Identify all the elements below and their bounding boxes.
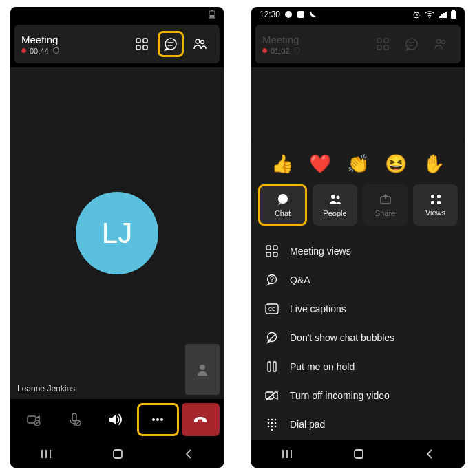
tile-views[interactable]: Views: [413, 184, 458, 226]
nav-back[interactable]: [424, 448, 435, 459]
nav-home[interactable]: [112, 448, 123, 459]
svg-point-81: [271, 429, 273, 431]
nav-recent[interactable]: [40, 448, 52, 460]
reaction-heart[interactable]: ❤️: [309, 153, 331, 175]
chat-button[interactable]: [399, 31, 425, 57]
tile-row: Chat People Share Views: [251, 184, 465, 234]
alarm-icon: [412, 10, 421, 19]
svg-rect-57: [437, 201, 441, 204]
reaction-clap[interactable]: 👏: [347, 153, 369, 175]
hangup-icon: [191, 411, 209, 429]
svg-rect-68: [268, 362, 271, 371]
svg-rect-59: [273, 246, 277, 250]
facebook-icon: [297, 10, 305, 19]
call-toolbar: [10, 399, 224, 440]
home-icon: [353, 448, 364, 459]
status-bar: 12:30: [251, 7, 465, 22]
menu-qa[interactable]: Q&A: [251, 266, 465, 294]
svg-point-50: [278, 194, 288, 204]
recording-icon: [262, 48, 267, 53]
svg-point-45: [406, 39, 417, 50]
tile-label: People: [323, 209, 346, 217]
meeting-timer: 01:02: [271, 47, 290, 55]
svg-point-34: [429, 17, 430, 18]
people-button[interactable]: [427, 31, 454, 57]
people-icon: [192, 36, 207, 52]
svg-point-66: [268, 333, 277, 342]
reaction-laugh[interactable]: 😆: [385, 153, 407, 175]
video-area: LJ Leanne Jenkins: [10, 67, 224, 399]
meeting-timer: 00:44: [30, 47, 49, 55]
svg-rect-38: [445, 12, 447, 18]
hangup-button[interactable]: [182, 403, 220, 436]
camera-button[interactable]: [14, 403, 52, 436]
phone-status-icon: [309, 10, 317, 19]
status-left: 12:30: [260, 10, 317, 19]
svg-rect-35: [439, 16, 441, 18]
svg-rect-4: [143, 39, 147, 43]
svg-point-21: [156, 418, 159, 421]
svg-text:CC: CC: [268, 307, 275, 312]
svg-rect-85: [355, 450, 363, 458]
more-button[interactable]: [137, 403, 179, 436]
menu-chat-bubbles[interactable]: Don't show chat bubbles: [251, 323, 465, 352]
grid-icon: [266, 245, 278, 257]
reactions-row: 👍 ❤️ 👏 😆 ✋: [251, 149, 465, 184]
self-view[interactable]: [185, 344, 220, 395]
svg-rect-61: [273, 252, 277, 257]
tile-share[interactable]: Share: [363, 184, 408, 226]
people-button[interactable]: [187, 31, 213, 57]
recent-icon: [281, 448, 293, 460]
reaction-raise-hand[interactable]: ✋: [423, 153, 445, 175]
svg-rect-41: [377, 39, 381, 43]
chat-button[interactable]: [158, 31, 184, 57]
svg-point-22: [160, 418, 163, 421]
meeting-title: Meeting: [262, 34, 301, 45]
mic-button[interactable]: [55, 403, 93, 436]
tile-chat[interactable]: Chat: [258, 184, 307, 226]
svg-rect-69: [273, 362, 276, 371]
home-icon: [112, 448, 123, 459]
dialpad-icon: [266, 418, 277, 431]
menu-label: Meeting views: [290, 246, 351, 257]
status-time: 12:30: [260, 10, 280, 19]
recording-icon: [21, 48, 26, 53]
svg-rect-5: [136, 45, 140, 50]
nav-back[interactable]: [183, 448, 194, 459]
tile-people[interactable]: People: [313, 184, 357, 226]
menu-hold[interactable]: Put me on hold: [251, 352, 465, 381]
status-right: [209, 10, 215, 19]
reaction-thumbs-up[interactable]: 👍: [271, 153, 293, 175]
mic-off-icon: [66, 411, 83, 428]
svg-rect-36: [441, 14, 443, 18]
nav-home[interactable]: [353, 448, 364, 459]
svg-rect-70: [266, 392, 273, 399]
header-actions: [370, 31, 454, 57]
svg-point-11: [201, 41, 204, 44]
tile-label: Views: [425, 208, 445, 217]
svg-rect-54: [431, 195, 434, 198]
nav-recent[interactable]: [281, 448, 293, 460]
people-icon: [433, 36, 448, 52]
menu-dialpad[interactable]: Dial pad: [251, 410, 465, 439]
menu-label: Q&A: [290, 274, 310, 285]
battery-icon: [451, 10, 456, 19]
grid-button[interactable]: [129, 31, 155, 57]
speaker-button[interactable]: [96, 403, 134, 436]
svg-point-74: [275, 419, 277, 421]
menu-captions[interactable]: CC Live captions: [251, 294, 465, 323]
svg-rect-26: [114, 450, 122, 458]
pause-icon: [267, 361, 277, 372]
qa-icon: [266, 274, 278, 286]
menu-incoming-video[interactable]: Turn off incoming video: [251, 381, 465, 410]
menu-meeting-views[interactable]: Meeting views: [251, 237, 465, 266]
grid-button[interactable]: [370, 31, 396, 57]
chat-icon: [163, 36, 178, 52]
svg-point-20: [152, 418, 155, 421]
menu-label: Live captions: [290, 303, 346, 314]
svg-point-78: [268, 426, 270, 428]
svg-rect-1: [211, 10, 213, 11]
share-icon: [379, 193, 392, 206]
grid-icon: [135, 37, 149, 51]
svg-rect-43: [377, 45, 381, 50]
